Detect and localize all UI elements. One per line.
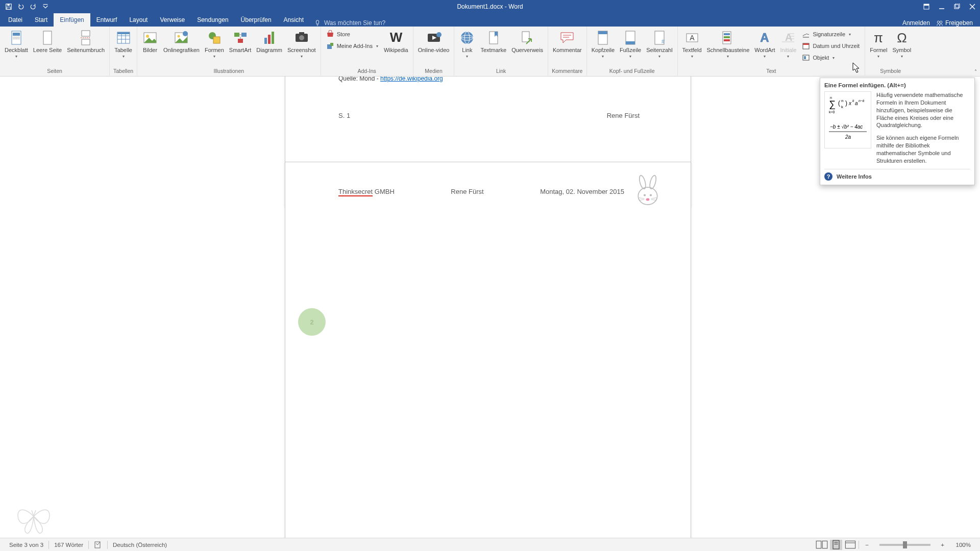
quick-access-toolbar: [0, 1, 51, 12]
svg-point-32: [209, 32, 216, 39]
textfeld-button[interactable]: A Textfeld▾: [680, 29, 704, 60]
svg-rect-77: [803, 43, 809, 49]
view-read-button[interactable]: [816, 540, 828, 550]
close-button[interactable]: [965, 0, 980, 13]
redo-button[interactable]: [28, 1, 39, 12]
link-icon: [459, 30, 475, 46]
onlinegrafiken-button[interactable]: Onlinegrafiken: [161, 29, 202, 55]
querverweis-button[interactable]: Querverweis: [509, 29, 546, 55]
onlinevideo-button[interactable]: Online-video: [415, 29, 452, 55]
svg-point-85: [649, 175, 657, 190]
svg-rect-8: [955, 4, 960, 8]
group-label-symbole: Symbole: [880, 67, 901, 76]
view-web-button[interactable]: [844, 540, 856, 550]
diagramm-button[interactable]: Diagramm: [254, 29, 285, 55]
svg-rect-29: [175, 33, 187, 43]
initiale-button[interactable]: A Initiale▾: [777, 29, 799, 60]
formel-button[interactable]: π Formel▾: [867, 29, 890, 60]
store-button[interactable]: Store: [323, 29, 381, 40]
signin-link[interactable]: Anmelden: [902, 19, 930, 27]
signaturzeile-button[interactable]: Signaturzeile▾: [799, 29, 863, 40]
zoom-slider[interactable]: [879, 544, 930, 546]
svg-point-87: [650, 194, 652, 196]
formel-tooltip: Eine Formel einfügen. (Alt+=) ∑ n k=0 ( …: [820, 78, 975, 185]
svg-point-83: [638, 187, 657, 205]
quelle-link[interactable]: https://de.wikipedia.org: [380, 77, 443, 82]
save-button[interactable]: [3, 1, 14, 12]
table-icon: [115, 30, 132, 46]
symbol-button[interactable]: Ω Symbol▾: [890, 29, 914, 60]
kommentar-button[interactable]: Kommentar: [550, 29, 584, 55]
svg-text:2a: 2a: [845, 134, 851, 140]
wordart-button[interactable]: A WordArt▾: [752, 29, 777, 60]
maximize-button[interactable]: [949, 0, 965, 13]
tell-me-search[interactable]: Was möchten Sie tun?: [314, 19, 385, 27]
svg-rect-66: [723, 32, 731, 44]
tab-design[interactable]: Entwurf: [90, 13, 124, 27]
footer-icon: [622, 30, 639, 46]
bilder-button[interactable]: Bilder: [139, 29, 161, 55]
header-author: Rene Fürst: [451, 188, 483, 195]
svg-rect-115: [845, 541, 855, 548]
leere-seite-button[interactable]: Leere Seite: [31, 29, 64, 55]
my-addins-button[interactable]: Meine Add-Ins▾: [323, 40, 381, 52]
status-words[interactable]: 167 Wörter: [49, 542, 88, 548]
wikipedia-button[interactable]: W Wikipedia: [381, 29, 411, 55]
tab-mailings[interactable]: Sendungen: [191, 13, 234, 27]
svg-text:#: #: [662, 39, 665, 44]
objekt-button[interactable]: Objekt▾: [799, 52, 863, 63]
seitenumbruch-button[interactable]: Seitenumbruch: [64, 29, 107, 55]
collapse-ribbon-button[interactable]: ˄: [974, 69, 977, 74]
smartart-button[interactable]: SmartArt: [227, 29, 254, 55]
minimize-button[interactable]: [934, 0, 949, 13]
svg-rect-27: [144, 33, 156, 43]
screenshot-button[interactable]: Screenshot▾: [285, 29, 318, 60]
signature-icon: [802, 30, 810, 38]
kopfzeile-button[interactable]: Kopfzeile▾: [589, 29, 617, 60]
svg-rect-14: [13, 33, 20, 36]
ribbon-display-options[interactable]: [919, 0, 934, 13]
tab-review[interactable]: Überprüfen: [235, 13, 278, 27]
svg-rect-7: [954, 5, 959, 9]
fusszeile-button[interactable]: Fußzeile▾: [617, 29, 644, 60]
svg-rect-48: [428, 34, 440, 42]
tab-view[interactable]: Ansicht: [278, 13, 310, 27]
status-proofing[interactable]: [89, 540, 107, 549]
deckblatt-button[interactable]: Deckblatt▾: [2, 29, 31, 60]
svg-point-28: [146, 35, 149, 38]
tab-insert[interactable]: Einfügen: [54, 13, 90, 27]
datum-uhrzeit-button[interactable]: Datum und Uhrzeit: [799, 40, 863, 52]
zoom-level[interactable]: 100%: [951, 542, 976, 548]
svg-point-50: [461, 32, 473, 44]
svg-rect-112: [833, 540, 839, 549]
tab-file[interactable]: Datei: [2, 13, 29, 27]
textmarke-button[interactable]: Textmarke: [478, 29, 509, 55]
svg-rect-0: [6, 4, 12, 10]
qat-customize[interactable]: [40, 1, 51, 12]
formen-button[interactable]: Formen▾: [202, 29, 227, 60]
schnellbausteine-button[interactable]: Schnellbausteine▾: [704, 29, 752, 60]
tab-references[interactable]: Verweise: [154, 13, 191, 27]
status-language[interactable]: Deutsch (Österreich): [108, 542, 172, 548]
svg-rect-61: [626, 41, 635, 44]
view-print-button[interactable]: [830, 540, 842, 550]
tab-layout[interactable]: Layout: [123, 13, 154, 27]
tooltip-more-link[interactable]: ? Weitere Infos: [824, 169, 970, 181]
link-button[interactable]: Link▾: [456, 29, 478, 60]
smartart-icon: [232, 30, 249, 46]
group-label-link: Link: [496, 67, 506, 76]
statusbar: Seite 3 von 3 167 Wörter Deutsch (Österr…: [0, 538, 980, 551]
group-label-seiten: Seiten: [47, 67, 62, 76]
share-button[interactable]: Freigeben: [936, 19, 973, 27]
seitenzahl-button[interactable]: # Seitenzahl▾: [644, 29, 675, 60]
zoom-in-button[interactable]: +: [937, 540, 949, 550]
svg-rect-21: [117, 32, 130, 43]
textbox-icon: A: [684, 30, 700, 46]
svg-rect-44: [299, 32, 304, 34]
undo-button[interactable]: [15, 1, 27, 12]
tab-start[interactable]: Start: [29, 13, 54, 27]
tooltip-text: Häufig verwendete mathematische Formeln …: [876, 91, 970, 165]
status-page[interactable]: Seite 3 von 3: [4, 542, 48, 548]
tabelle-button[interactable]: Tabelle▾: [112, 29, 135, 60]
zoom-out-button[interactable]: −: [861, 540, 873, 550]
